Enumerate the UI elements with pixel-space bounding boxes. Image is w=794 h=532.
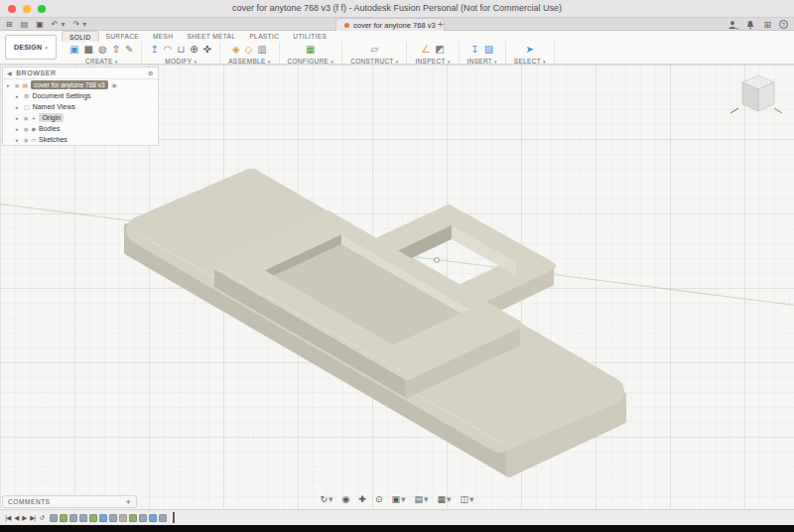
new-tab-button[interactable]: +	[437, 18, 445, 31]
visibility-bulb-icon[interactable]: ●	[24, 126, 28, 132]
construct-menu[interactable]: CONSTRUCT ▾	[350, 58, 398, 65]
viewports-button[interactable]: ◫▾	[461, 494, 474, 504]
modify-menu[interactable]: MODIFY ▾	[165, 58, 197, 65]
root-component-label[interactable]: cover for anytone 768 v3	[31, 80, 108, 89]
document-tab[interactable]: cover for anytone 768 v3	[335, 18, 445, 31]
play-button[interactable]: ▶	[22, 514, 26, 522]
configuration-table-icon[interactable]: ▦	[306, 43, 315, 57]
inspect-menu[interactable]: INSPECT ▾	[415, 58, 450, 65]
comments-bar[interactable]: COMMENTS +	[2, 495, 137, 508]
combine-icon[interactable]: ⊕	[190, 43, 198, 57]
zoom-button[interactable]: ⊙	[375, 494, 383, 504]
fit-button[interactable]: ▣▾	[391, 494, 405, 504]
timeline-position-marker[interactable]	[173, 512, 175, 523]
timeline-feature-icon[interactable]	[89, 514, 97, 522]
file-menu-icon[interactable]: ⊞	[6, 20, 13, 29]
browser-item-origin[interactable]: ▸ ● + Origin	[3, 112, 158, 123]
disclosure-icon[interactable]: ▸	[7, 82, 12, 88]
create-sketch-icon[interactable]: ✎	[125, 43, 133, 57]
go-to-start-button[interactable]: |◀	[5, 514, 10, 522]
timeline-feature-icon[interactable]	[159, 514, 167, 522]
undo-caret-icon[interactable]: ▾	[62, 20, 66, 29]
construct-plane-icon[interactable]: ▱	[370, 43, 378, 57]
add-comment-icon[interactable]: +	[125, 498, 131, 506]
disclosure-icon[interactable]: ▸	[16, 115, 21, 121]
redo-icon[interactable]: ↷	[73, 20, 80, 29]
section-analysis-icon[interactable]: ◩	[435, 43, 444, 57]
tab-mesh[interactable]: MESH	[146, 31, 180, 42]
timeline-feature-icon[interactable]	[79, 514, 87, 522]
tab-solid[interactable]: SOLID	[62, 31, 99, 42]
display-settings-button[interactable]: ▤▾	[414, 494, 428, 504]
loop-button[interactable]: ↺	[39, 514, 43, 522]
viewcube[interactable]	[728, 70, 784, 120]
timeline-feature-icon[interactable]	[149, 514, 157, 522]
close-window-button[interactable]	[8, 5, 16, 13]
extrude-icon[interactable]: ⇧	[112, 43, 120, 57]
tab-utilities[interactable]: UTILITIES	[286, 31, 333, 42]
browser-item-named-views[interactable]: ▸ ▢ Named Views	[3, 101, 158, 112]
visibility-bulb-icon[interactable]: ●	[15, 82, 19, 88]
step-back-button[interactable]: ◀	[14, 514, 18, 522]
assemble-component-icon[interactable]: ◈	[232, 43, 240, 57]
avatar[interactable]	[728, 20, 737, 30]
browser-item-document-settings[interactable]: ▸ ⚙ Document Settings	[3, 90, 158, 101]
disclosure-icon[interactable]: ▸	[16, 126, 21, 132]
undo-icon[interactable]: ↶	[52, 20, 59, 29]
disclosure-icon[interactable]: ▸	[16, 104, 21, 110]
browser-item-sketches[interactable]: ▸ ● ▱ Sketches	[3, 134, 158, 145]
zoom-window-button[interactable]	[38, 5, 46, 13]
workspace-switcher[interactable]: DESIGN ▾	[5, 35, 57, 60]
tab-sheet-metal[interactable]: SHEET METAL	[180, 31, 242, 42]
origin-marker[interactable]	[435, 258, 440, 263]
timeline-feature-icon[interactable]	[99, 514, 107, 522]
help-icon[interactable]: ?	[779, 20, 788, 29]
redo-caret-icon[interactable]: ▾	[82, 20, 86, 29]
timeline-feature-icon[interactable]	[69, 514, 77, 522]
joint-icon[interactable]: ◇	[245, 43, 253, 57]
orbit-button[interactable]: ↻▾	[320, 494, 332, 504]
tab-surface[interactable]: SURFACE	[99, 31, 147, 42]
timeline-feature-icon[interactable]	[50, 514, 58, 522]
disclosure-icon[interactable]: ▸	[16, 137, 21, 143]
visibility-bulb-icon[interactable]: ●	[24, 137, 28, 143]
timeline-feature-icon[interactable]	[139, 514, 147, 522]
save-icon[interactable]: ▣	[36, 20, 44, 29]
shell-icon[interactable]: ⊔	[178, 43, 186, 57]
minimize-window-button[interactable]	[23, 5, 31, 13]
activate-component-radio[interactable]: ◉	[112, 81, 117, 88]
disclosure-icon[interactable]: ▸	[16, 93, 21, 99]
browser-root-row[interactable]: ▸ ● ▤ cover for anytone 768 v3 ◉	[3, 79, 158, 90]
cylinder-icon[interactable]: ◍	[98, 43, 107, 57]
new-component-icon[interactable]: ▣	[69, 43, 78, 57]
pan-button[interactable]: ✚	[358, 494, 366, 504]
measure-icon[interactable]: ∠	[421, 43, 430, 57]
visibility-bulb-icon[interactable]: ●	[24, 115, 28, 121]
step-forward-button[interactable]: ▶|	[30, 514, 35, 522]
timeline-feature-icon[interactable]	[109, 514, 117, 522]
select-menu[interactable]: SELECT ▾	[514, 58, 546, 65]
collapse-panel-icon[interactable]: ◀	[7, 69, 12, 76]
apps-grid-icon[interactable]: ⊞	[763, 20, 771, 30]
notifications-bell-icon[interactable]	[745, 20, 755, 30]
rigid-group-icon[interactable]: ▥	[257, 43, 266, 57]
configure-menu[interactable]: CONFIGURE ▾	[288, 58, 334, 65]
create-menu[interactable]: CREATE ▾	[85, 58, 118, 65]
assemble-menu[interactable]: ASSEMBLE ▾	[228, 58, 270, 65]
insert-mesh-icon[interactable]: ▨	[484, 43, 493, 57]
select-cursor-icon[interactable]: ➤	[526, 43, 534, 57]
box-icon[interactable]: ■	[83, 43, 92, 57]
browser-item-bodies[interactable]: ▸ ● ◆ Bodies	[3, 123, 158, 134]
look-at-button[interactable]: ◉	[341, 494, 349, 504]
browser-settings-icon[interactable]: ⚙	[148, 69, 154, 76]
timeline-feature-icon[interactable]	[129, 514, 137, 522]
new-design-icon[interactable]: ▤	[21, 20, 29, 29]
press-pull-icon[interactable]: ↥	[150, 43, 158, 57]
fillet-icon[interactable]: ◠	[164, 43, 173, 57]
tab-plastic[interactable]: PLASTIC	[242, 31, 286, 42]
insert-derive-icon[interactable]: ↧	[470, 43, 478, 57]
grid-and-snaps-button[interactable]: ▦▾	[438, 494, 452, 504]
move-copy-icon[interactable]: ✜	[203, 43, 211, 57]
timeline-feature-icon[interactable]	[60, 514, 67, 522]
timeline-feature-icon[interactable]	[119, 514, 127, 522]
